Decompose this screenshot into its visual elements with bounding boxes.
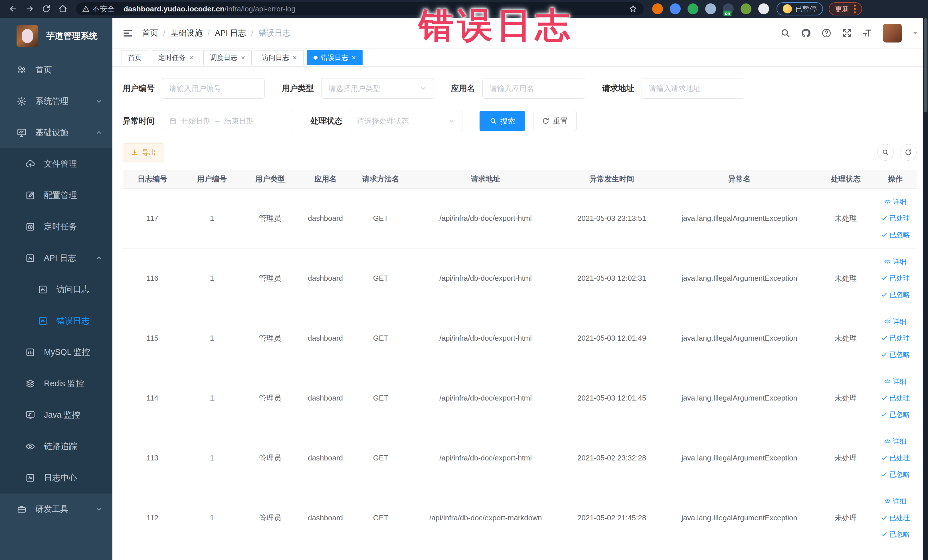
sidebar-item-redis[interactable]: Redis 监控: [0, 368, 112, 400]
sidebar-item-label: 首页: [35, 64, 103, 76]
mark-ignored-link[interactable]: 已忽略: [881, 530, 910, 539]
column-header: 日志编号: [123, 170, 182, 188]
sidebar-item-job[interactable]: 定时任务: [0, 211, 112, 243]
tag-view-tab[interactable]: 首页: [122, 50, 148, 65]
mark-processed-link[interactable]: 已处理: [881, 394, 910, 403]
mark-ignored-link[interactable]: 已忽略: [881, 410, 910, 419]
ext-shield-icon[interactable]: [670, 3, 681, 14]
sidebar-item-trace[interactable]: 链路追踪: [0, 431, 112, 462]
mark-ignored-link[interactable]: 已忽略: [881, 350, 910, 359]
mark-processed-link[interactable]: 已处理: [881, 334, 910, 343]
close-icon[interactable]: ×: [241, 54, 245, 61]
sidebar-item-home[interactable]: 首页: [0, 54, 112, 85]
breadcrumb-item[interactable]: 基础设施: [171, 27, 203, 38]
tab-label: 调度日志: [210, 53, 237, 62]
ext-orange-icon[interactable]: [652, 3, 663, 14]
mark-processed-link[interactable]: 已处理: [881, 513, 910, 522]
sidebar-item-error-log[interactable]: 错误日志: [0, 305, 112, 337]
table-cell: 117: [123, 188, 182, 248]
mark-ignored-link[interactable]: 已忽略: [881, 470, 910, 479]
sidebar-logo[interactable]: 芋道管理系统: [0, 18, 112, 54]
request-url-input[interactable]: 请输入请求地址: [642, 78, 744, 99]
sidebar-item-system[interactable]: 系统管理: [0, 85, 112, 117]
search-button[interactable]: 搜索: [479, 111, 525, 131]
sidebar-item-java[interactable]: Java 监控: [0, 400, 112, 431]
font-size-icon[interactable]: [862, 28, 873, 38]
check-icon: [881, 514, 887, 521]
ext-green-icon[interactable]: [687, 3, 698, 14]
app-name-input[interactable]: 请输入应用名: [482, 78, 585, 99]
ext-leaf-icon[interactable]: [740, 3, 751, 14]
scrollbar-thumb[interactable]: [924, 18, 927, 112]
mark-ignored-link[interactable]: 已忽略: [881, 290, 910, 299]
table-cell: GET: [352, 308, 409, 368]
mark-processed-link[interactable]: 已处理: [881, 273, 910, 283]
profile-paused-button[interactable]: 已暂停: [777, 2, 823, 15]
exception-time-range-picker[interactable]: 开始日期 – 结束日期: [162, 111, 293, 131]
close-icon[interactable]: ×: [189, 54, 194, 61]
table-cell: 2021-05-03 12:01:49: [562, 308, 662, 368]
bookmark-star-icon[interactable]: [629, 5, 637, 13]
detail-link[interactable]: 详细: [884, 317, 906, 326]
sidebar-item-label: 研发工具: [35, 504, 95, 515]
close-icon[interactable]: ×: [352, 54, 356, 61]
mark-processed-link[interactable]: 已处理: [881, 214, 910, 223]
mark-processed-link[interactable]: 已处理: [881, 453, 910, 462]
update-label: 更新: [835, 4, 849, 14]
timer-icon: [25, 222, 35, 232]
sidebar-item-log-center[interactable]: 日志中心: [0, 462, 112, 493]
check-icon: [881, 471, 887, 478]
browser-home-icon[interactable]: [55, 2, 70, 16]
fullscreen-icon[interactable]: [842, 28, 852, 38]
security-label[interactable]: 不安全: [92, 4, 114, 14]
end-date-placeholder: 结束日期: [224, 116, 253, 126]
sidebar-item-access-log[interactable]: 访问日志: [0, 274, 112, 305]
search-icon[interactable]: [780, 28, 791, 38]
detail-link[interactable]: 详细: [884, 377, 906, 386]
user-avatar[interactable]: [883, 24, 902, 43]
sidebar-item-label: 链路追踪: [44, 441, 103, 452]
ext-proxy-icon[interactable]: on: [723, 3, 734, 14]
process-status-select[interactable]: 请选择处理状态: [350, 111, 462, 131]
tag-view-tab[interactable]: 调度日志×: [203, 50, 252, 65]
tag-view-tab[interactable]: 定时任务×: [152, 50, 200, 65]
github-icon[interactable]: [801, 28, 811, 38]
chrome-update-button[interactable]: 更新: [829, 2, 862, 15]
sidebar-item-api-log[interactable]: API 日志: [0, 243, 112, 274]
detail-link[interactable]: 详细: [884, 497, 906, 506]
sidebar-item-infra[interactable]: 基础设施: [0, 117, 112, 148]
help-doc-icon[interactable]: [821, 28, 832, 38]
detail-link[interactable]: 详细: [884, 437, 906, 446]
sidebar-item-dev-tools[interactable]: 研发工具: [0, 493, 112, 525]
ext-puzzle-icon[interactable]: [758, 3, 769, 14]
page-scrollbar[interactable]: [923, 18, 928, 560]
reset-button[interactable]: 重置: [533, 111, 577, 131]
tag-view-tab[interactable]: 访问日志×: [255, 50, 303, 65]
mark-ignored-link[interactable]: 已忽略: [881, 230, 910, 240]
toggle-search-button[interactable]: [877, 144, 894, 160]
table-cell: 未处理: [817, 248, 874, 308]
browser-back-icon[interactable]: [6, 2, 21, 16]
sidebar-item-mysql[interactable]: MySQL 监控: [0, 337, 112, 368]
tag-view-tab[interactable]: 错误日志×: [307, 50, 363, 65]
refresh-table-button[interactable]: [900, 144, 917, 160]
breadcrumb-item[interactable]: API 日志: [215, 27, 246, 38]
detail-link[interactable]: 详细: [884, 257, 906, 266]
address-bar[interactable]: 不安全 dashboard.yudao.iocoder.cn/infra/log…: [76, 2, 644, 15]
detail-link[interactable]: 详细: [884, 197, 906, 206]
browser-menu-icon[interactable]: [854, 5, 856, 14]
browser-forward-icon[interactable]: [22, 2, 37, 16]
user-id-input[interactable]: 请输入用户编号: [162, 78, 265, 99]
ext-grid-icon[interactable]: [705, 3, 716, 14]
browser-toolbar: 不安全 dashboard.yudao.iocoder.cn/infra/log…: [0, 0, 928, 18]
export-button[interactable]: 导出: [123, 143, 164, 162]
breadcrumb-item[interactable]: 首页: [142, 27, 158, 38]
user-menu-caret-icon[interactable]: [912, 30, 918, 36]
sidebar-item-config[interactable]: 配置管理: [0, 180, 112, 211]
user-type-select[interactable]: 请选择用户类型: [321, 78, 434, 99]
close-icon[interactable]: ×: [292, 54, 297, 61]
table-cell: 2021-05-03 23:13:51: [562, 188, 662, 248]
browser-reload-icon[interactable]: [39, 2, 53, 16]
sidebar-item-file[interactable]: 文件管理: [0, 148, 112, 180]
collapse-sidebar-icon[interactable]: [122, 27, 133, 39]
